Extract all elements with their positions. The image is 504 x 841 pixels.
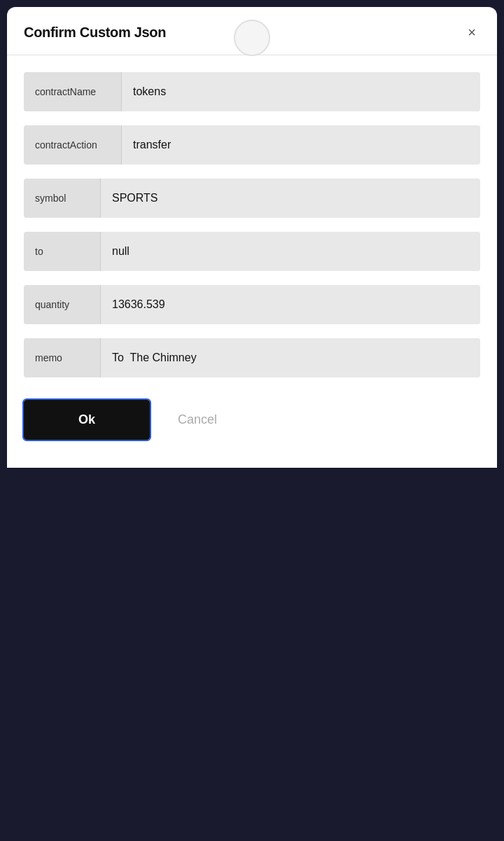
field-row-quantity: quantity 13636.539 bbox=[24, 285, 480, 324]
field-value-contractaction: transfer bbox=[122, 125, 480, 165]
field-label-memo: memo bbox=[24, 338, 101, 377]
modal-body: contractName tokens contractAction trans… bbox=[7, 55, 497, 377]
field-value-quantity: 13636.539 bbox=[101, 285, 480, 324]
field-value-contractname: tokens bbox=[122, 72, 480, 111]
close-button[interactable]: × bbox=[463, 22, 480, 42]
field-label-to: to bbox=[24, 232, 101, 271]
modal-actions: Ok Cancel bbox=[7, 377, 497, 440]
field-row-to: to null bbox=[24, 232, 480, 271]
field-row-symbol: symbol SPORTS bbox=[24, 179, 480, 218]
modal-header: Confirm Custom Json × bbox=[7, 7, 497, 55]
field-value-symbol: SPORTS bbox=[101, 179, 480, 218]
field-row-contractaction: contractAction transfer bbox=[24, 125, 480, 165]
cancel-button[interactable]: Cancel bbox=[167, 400, 228, 440]
field-label-contractname: contractName bbox=[24, 72, 122, 111]
field-label-quantity: quantity bbox=[24, 285, 101, 324]
field-value-to: null bbox=[101, 232, 480, 271]
field-row-contractname: contractName tokens bbox=[24, 72, 480, 111]
modal-title: Confirm Custom Json bbox=[24, 25, 166, 41]
field-row-memo: memo To The Chimney bbox=[24, 338, 480, 377]
modal-container: Confirm Custom Json × contractName token… bbox=[7, 7, 497, 468]
spinner-decoration bbox=[234, 20, 270, 56]
ok-button[interactable]: Ok bbox=[24, 400, 150, 440]
field-label-contractaction: contractAction bbox=[24, 125, 122, 165]
field-label-symbol: symbol bbox=[24, 179, 101, 218]
field-value-memo: To The Chimney bbox=[101, 338, 480, 377]
